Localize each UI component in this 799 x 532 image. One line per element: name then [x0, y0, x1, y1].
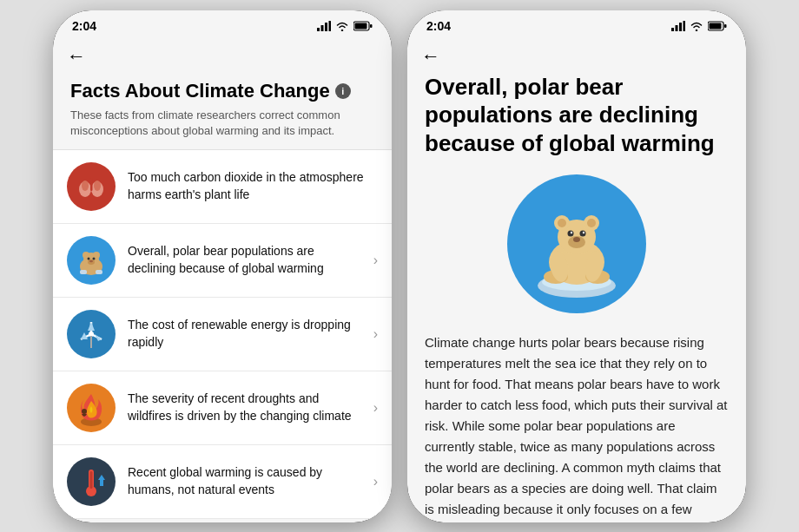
nav-bar-right: ← [407, 38, 746, 73]
info-badge[interactable]: i [335, 83, 351, 99]
svg-point-50 [558, 219, 566, 227]
phones-container: 2:04 [53, 10, 746, 522]
fact-text-wind: The cost of renewable energy is dropping… [128, 317, 361, 351]
battery-icon [353, 21, 373, 31]
svg-point-51 [587, 219, 596, 227]
wifi-icon-right [690, 21, 703, 31]
chevron-thermo: › [373, 474, 378, 489]
chevron-wind: › [373, 326, 378, 342]
bear-svg-small [69, 239, 113, 282]
svg-rect-3 [329, 21, 332, 31]
status-time-right: 2:04 [426, 19, 451, 33]
svg-point-55 [571, 232, 572, 233]
svg-rect-39 [679, 23, 682, 31]
fact-icon-wind [67, 310, 116, 358]
svg-rect-40 [683, 21, 686, 31]
svg-rect-34 [90, 471, 93, 489]
signal-icon-right [671, 21, 685, 31]
facts-header: Facts About Climate Change i These facts… [53, 73, 392, 149]
screen-content-left: Facts About Climate Change i These facts… [53, 73, 392, 522]
fact-text-thermo: Recent global warming is caused by human… [128, 464, 361, 498]
svg-rect-21 [96, 270, 102, 274]
nav-bar-left: ← [53, 38, 392, 73]
bear-circle-image [507, 174, 646, 313]
fact-text-bear: Overall, polar bear populations are decl… [128, 243, 361, 277]
svg-point-19 [89, 260, 93, 262]
fact-icon-lungs [67, 162, 116, 211]
left-screen: 2:04 [53, 10, 392, 522]
back-button-left[interactable]: ← [67, 45, 86, 68]
svg-point-31 [82, 409, 87, 414]
svg-rect-2 [325, 23, 327, 31]
svg-point-17 [88, 257, 90, 259]
fact-text-lungs: Too much carbon dioxide in the atmospher… [128, 169, 378, 203]
back-button-right[interactable]: ← [421, 45, 440, 68]
fact-item-fire[interactable]: The severity of recent droughts and wild… [53, 371, 392, 445]
fact-text-fire: The severity of recent droughts and wild… [128, 391, 361, 424]
svg-marker-25 [95, 334, 102, 341]
svg-point-57 [573, 237, 580, 242]
status-bar-right: 2:04 [407, 10, 746, 38]
fact-icon-fire [67, 384, 116, 432]
svg-point-54 [580, 231, 586, 237]
detail-body: Climate change hurts polar bears because… [425, 332, 729, 522]
thermo-svg [72, 463, 110, 501]
status-icons-right [671, 21, 727, 31]
svg-rect-20 [80, 270, 87, 274]
right-phone: 2:04 [407, 10, 746, 522]
screen-content-right: Overall, polar bear populations are decl… [407, 73, 746, 522]
svg-point-56 [583, 232, 584, 233]
right-screen: 2:04 [407, 10, 746, 522]
detail-title: Overall, polar bear populations are decl… [425, 73, 729, 158]
svg-rect-0 [317, 28, 320, 31]
svg-rect-38 [676, 25, 678, 31]
facts-title: Facts About Climate Change i [70, 80, 374, 102]
status-bar-left: 2:04 [53, 10, 392, 38]
chevron-fire: › [373, 400, 378, 416]
status-time-left: 2:04 [72, 19, 96, 33]
svg-rect-9 [90, 177, 93, 191]
detail-content: Overall, polar bear populations are decl… [407, 73, 746, 522]
battery-icon-right [708, 21, 727, 31]
fact-list: Too much carbon dioxide in the atmospher… [53, 149, 392, 519]
chevron-bear: › [373, 253, 378, 268]
fire-svg [72, 389, 110, 427]
svg-rect-36 [100, 479, 103, 486]
lungs-svg [75, 170, 108, 203]
fact-item-bear[interactable]: Overall, polar bear populations are decl… [53, 224, 392, 298]
svg-point-18 [93, 257, 96, 259]
fact-item-wind[interactable]: The cost of renewable energy is dropping… [53, 298, 392, 371]
wifi-icon [335, 21, 349, 31]
status-icons-left [317, 21, 373, 31]
fact-item-lungs[interactable]: Too much carbon dioxide in the atmospher… [53, 150, 392, 224]
svg-rect-43 [724, 24, 727, 28]
facts-subtitle: These facts from climate researchers cor… [70, 108, 374, 139]
bear-detail-svg [512, 180, 641, 308]
fact-icon-bear [67, 236, 116, 285]
svg-rect-37 [671, 28, 674, 31]
left-phone: 2:04 [53, 10, 392, 522]
fact-icon-thermo [67, 457, 116, 506]
svg-point-11 [94, 181, 101, 191]
fact-item-thermo[interactable]: Recent global warming is caused by human… [53, 445, 392, 519]
svg-point-10 [82, 181, 89, 191]
detail-image-wrap [425, 174, 729, 313]
svg-rect-6 [370, 24, 373, 28]
wind-svg [72, 315, 110, 353]
svg-rect-1 [321, 25, 324, 31]
svg-marker-23 [88, 322, 95, 331]
svg-point-53 [568, 231, 574, 237]
svg-rect-5 [355, 23, 367, 29]
signal-icon [317, 21, 331, 31]
facts-title-text: Facts About Climate Change [70, 80, 330, 102]
svg-rect-42 [710, 23, 722, 29]
